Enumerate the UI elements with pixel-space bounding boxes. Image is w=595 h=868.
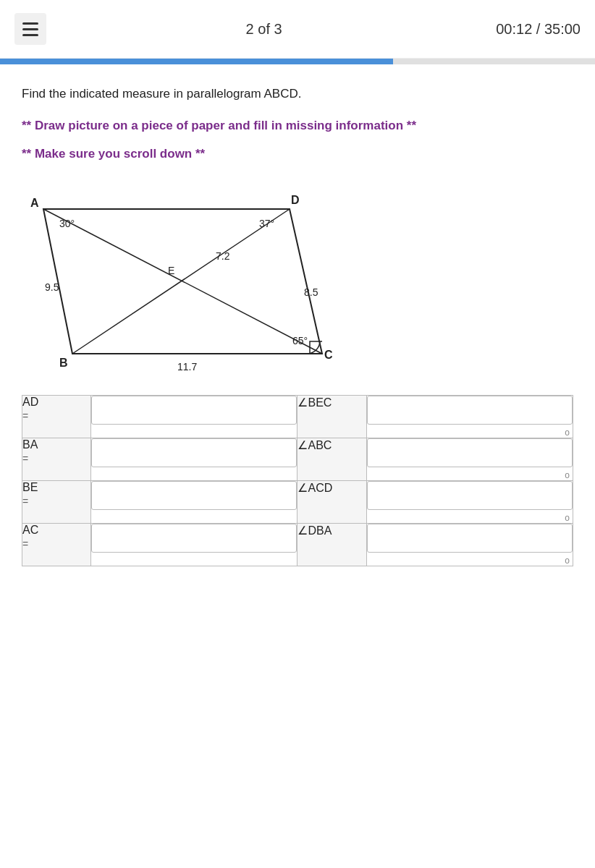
table-row: BE = ∠ACD o	[22, 480, 573, 523]
side-ED-label: 7.2	[216, 250, 230, 262]
menu-icon-line1	[22, 22, 38, 25]
menu-icon-line2	[22, 28, 38, 30]
header: 2 of 3 00:12 / 35:00	[0, 0, 595, 59]
input-BE[interactable]	[91, 481, 297, 510]
vertex-D: D	[291, 194, 300, 206]
cell-label-BE: BE =	[22, 480, 91, 523]
side-AB-label: 9.5	[45, 281, 59, 293]
side-partial-label: 8.5	[304, 286, 318, 298]
cell-input-BA	[91, 438, 298, 480]
progress-bar-container	[0, 59, 595, 64]
input-BEC[interactable]	[367, 396, 573, 425]
cell-label-AC: AC =	[22, 523, 91, 566]
cell-label-AD: AD =	[22, 395, 91, 438]
diagram-container: A D C B E 30° 37° 9.5 7.2 8.5 65° 11.7	[22, 184, 573, 375]
cell-input-BEC: o	[366, 395, 573, 438]
input-AD[interactable]	[91, 396, 297, 425]
input-AC[interactable]	[91, 524, 297, 553]
angle-A-label: 30°	[59, 218, 75, 229]
menu-icon-line3	[22, 34, 38, 36]
vertex-C: C	[324, 349, 333, 361]
vertex-B: B	[59, 357, 68, 369]
instruction-scroll: ** Make sure you scroll down **	[22, 145, 573, 163]
instruction-draw: ** Draw picture on a piece of paper and …	[22, 116, 573, 135]
cell-label-ABC: ∠ABC	[298, 438, 366, 480]
table-row: AD = ∠BEC o	[22, 395, 573, 438]
cell-input-ABC: o	[366, 438, 573, 480]
cell-input-AD	[91, 395, 298, 438]
svg-line-1	[43, 209, 322, 354]
cell-input-ACD: o	[366, 480, 573, 523]
cell-label-ACD: ∠ACD	[298, 480, 366, 523]
angle-C-label: 65°	[292, 335, 308, 346]
vertex-E: E	[168, 265, 174, 276]
table-row: BA = ∠ABC o	[22, 438, 573, 480]
input-DBA[interactable]	[367, 524, 573, 553]
side-BC-label: 11.7	[177, 361, 197, 372]
cell-input-DBA: o	[366, 523, 573, 566]
main-content: Find the indicated measure in parallelog…	[0, 64, 595, 588]
angle-D-label: 37°	[259, 218, 274, 229]
cell-input-AC	[91, 523, 298, 566]
parallelogram-diagram: A D C B E 30° 37° 9.5 7.2 8.5 65° 11.7	[22, 184, 347, 372]
cell-label-DBA: ∠DBA	[298, 523, 366, 566]
vertex-A: A	[30, 197, 39, 209]
question-text: Find the indicated measure in parallelog…	[22, 85, 573, 103]
input-BA[interactable]	[91, 438, 297, 467]
progress-bar-fill	[0, 59, 393, 64]
progress-text: 2 of 3	[46, 21, 481, 38]
cell-label-BEC: ∠BEC	[298, 395, 366, 438]
timer-text: 00:12 / 35:00	[496, 21, 581, 38]
svg-line-2	[72, 209, 290, 354]
input-ABC[interactable]	[367, 438, 573, 467]
answer-table: AD = ∠BEC o BA =	[22, 395, 573, 566]
cell-input-BE	[91, 480, 298, 523]
table-row: AC = ∠DBA o	[22, 523, 573, 566]
cell-label-BA: BA =	[22, 438, 91, 480]
menu-button[interactable]	[14, 13, 46, 45]
input-ACD[interactable]	[367, 481, 573, 510]
